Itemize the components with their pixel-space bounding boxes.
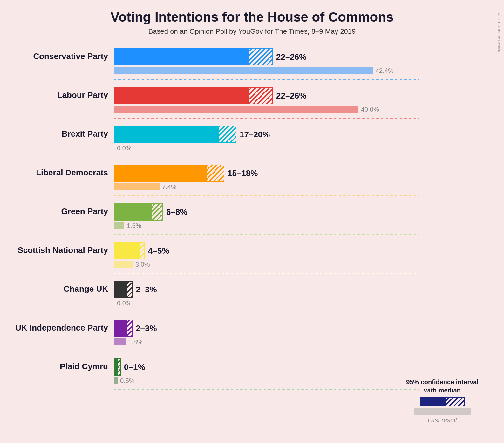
range-label: 6–8%	[166, 207, 187, 217]
dotted-line	[114, 118, 419, 119]
solid-bar	[114, 165, 206, 182]
solid-bar	[114, 281, 126, 298]
hatch-bar	[206, 165, 224, 182]
dotted-line-row	[114, 346, 479, 355]
last-result-bar	[114, 183, 160, 190]
dotted-line-row	[114, 191, 479, 200]
party-row: Brexit Party17–20%0.0%	[114, 126, 479, 161]
hatch-bar	[249, 87, 273, 104]
bar-group: 2–3%1.8%	[114, 320, 479, 355]
party-row: Liberal Democrats15–18%7.4%	[114, 165, 479, 200]
bar-row: 4–5%	[114, 242, 479, 259]
last-result-label: 1.8%	[128, 338, 143, 346]
solid-bar	[114, 87, 249, 104]
bars-area: Conservative Party22–26%42.4%Labour Part…	[6, 48, 498, 394]
solid-bar	[114, 126, 218, 143]
last-result-label: 3.0%	[135, 261, 150, 268]
last-result-row: 0.0%	[114, 144, 479, 153]
last-result-row: 1.6%	[114, 221, 479, 230]
bar-row: 17–20%	[114, 126, 479, 143]
chart-title: Voting Intentions for the House of Commo…	[6, 10, 498, 25]
hatch-bar	[249, 48, 273, 65]
chart-container: © 2019 Filip van Laenen Voting Intention…	[0, 0, 504, 443]
last-result-row: 0.0%	[114, 299, 479, 308]
last-result-bar	[114, 261, 133, 268]
last-result-label: 7.4%	[162, 183, 177, 191]
solid-bar	[114, 242, 139, 259]
hatch-bar	[126, 320, 133, 337]
solid-bar	[114, 203, 151, 221]
party-label: UK Independence Party	[6, 323, 111, 333]
last-result-bar	[114, 222, 124, 229]
dotted-line-row	[114, 230, 479, 239]
dotted-line-row	[114, 269, 479, 278]
last-result-label: 1.6%	[127, 222, 141, 229]
dotted-line	[114, 234, 419, 235]
bar-group: 2–3%0.0%	[114, 281, 479, 317]
bar-group: 4–5%3.0%	[114, 242, 479, 278]
last-result-label: 0.0%	[117, 145, 132, 152]
dotted-line	[114, 312, 419, 312]
party-label: Scottish National Party	[6, 245, 111, 255]
range-label: 2–3%	[136, 324, 157, 333]
last-result-bar	[114, 377, 118, 384]
last-result-label: 0.5%	[120, 377, 135, 385]
last-result-bar	[114, 338, 126, 345]
bar-group: 17–20%0.0%	[114, 126, 479, 161]
party-label: Change UK	[6, 284, 111, 294]
bar-group: 6–8%1.6%	[114, 203, 479, 239]
hatch-bar	[218, 126, 236, 143]
legend-title: 95% confidence intervalwith median	[406, 378, 479, 394]
dotted-line	[114, 351, 419, 351]
legend-last-label: Last result	[406, 417, 479, 424]
party-row: Labour Party22–26%40.0%	[114, 87, 479, 123]
bar-row: 2–3%	[114, 320, 479, 337]
solid-bar	[114, 48, 249, 65]
party-label: Green Party	[6, 207, 111, 216]
solid-bar	[114, 358, 118, 376]
party-row: UK Independence Party2–3%1.8%	[114, 320, 479, 355]
dotted-line	[114, 157, 419, 157]
dotted-line	[114, 389, 419, 390]
party-label: Brexit Party	[6, 129, 111, 139]
party-row: Conservative Party22–26%42.4%	[114, 48, 479, 84]
range-label: 2–3%	[136, 285, 157, 295]
hatch-bar	[126, 281, 133, 298]
bar-row: 2–3%	[114, 281, 479, 298]
legend-bars	[406, 397, 479, 406]
last-result-label: 40.0%	[361, 106, 379, 113]
hatch-bar	[139, 242, 145, 259]
legend-solid-bar	[420, 397, 446, 406]
dotted-line-row	[114, 308, 479, 317]
range-label: 15–18%	[228, 168, 258, 178]
last-result-bar	[114, 67, 373, 74]
last-result-bar	[114, 106, 358, 113]
bar-group: 15–18%7.4%	[114, 165, 479, 200]
legend-last-bar	[414, 408, 471, 415]
party-label: Liberal Democrats	[6, 168, 111, 178]
dotted-line-row	[114, 153, 479, 161]
dotted-line-row	[114, 114, 479, 123]
dotted-line-row	[114, 75, 479, 84]
party-label: Plaid Cymru	[6, 362, 111, 371]
range-label: 22–26%	[276, 52, 306, 62]
party-row: Scottish National Party4–5%3.0%	[114, 242, 479, 278]
range-label: 4–5%	[148, 246, 169, 256]
bar-row: 22–26%	[114, 48, 479, 65]
bar-group: 22–26%42.4%	[114, 48, 479, 84]
last-result-row: 1.8%	[114, 337, 479, 346]
copyright: © 2019 Filip van Laenen	[497, 13, 501, 52]
bar-row: 22–26%	[114, 87, 479, 104]
hatch-bar	[151, 203, 163, 221]
solid-bar	[114, 320, 126, 337]
dotted-line	[114, 273, 419, 274]
legend-box: 95% confidence intervalwith median Last …	[406, 378, 479, 424]
range-label: 17–20%	[240, 130, 270, 140]
last-result-row: 42.4%	[114, 66, 479, 75]
party-row: Green Party6–8%1.6%	[114, 203, 479, 239]
legend-hatch-bar	[446, 397, 465, 406]
bar-row: 6–8%	[114, 203, 479, 221]
last-result-label: 42.4%	[376, 67, 394, 74]
last-result-row: 3.0%	[114, 260, 479, 269]
hatch-bar	[118, 358, 121, 376]
